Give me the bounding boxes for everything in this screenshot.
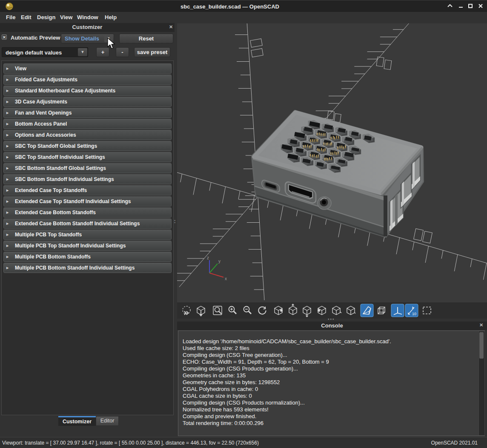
svg-text:x: x [225, 276, 227, 281]
svg-text:y: y [218, 259, 221, 264]
svg-text:10: 10 [412, 312, 416, 316]
svg-text:z: z [207, 256, 209, 260]
